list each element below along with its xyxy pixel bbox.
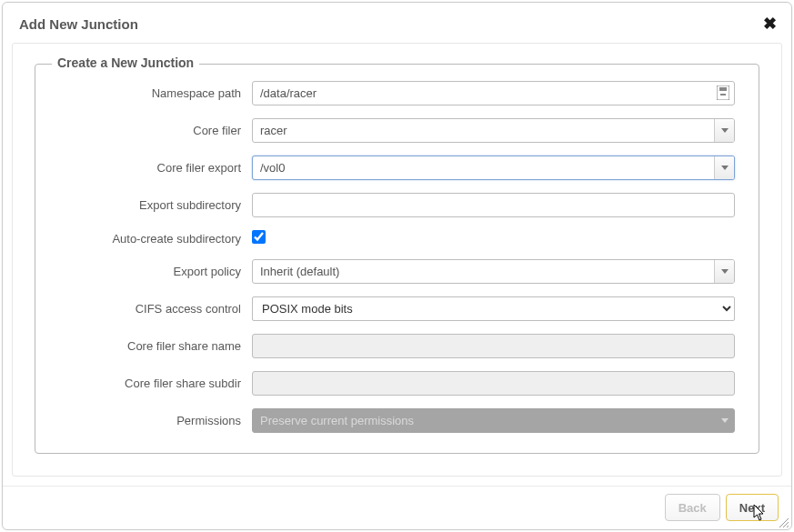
close-icon[interactable]: ✖	[763, 14, 777, 34]
row-cifs-access-control: CIFS access control POSIX mode bits	[59, 296, 735, 321]
control-permissions: Preserve current permissions	[252, 408, 735, 433]
next-button[interactable]: Next	[726, 494, 779, 521]
label-core-filer: Core filer	[59, 124, 252, 137]
label-core-filer-export: Core filer export	[59, 161, 252, 175]
auto-create-subdir-checkbox[interactable]	[252, 230, 266, 244]
add-junction-dialog: Add New Junction ✖ Create a New Junction…	[2, 2, 792, 530]
export-policy-value: Inherit (default)	[253, 260, 714, 283]
label-cifs-access-control: CIFS access control	[59, 302, 252, 316]
chevron-down-icon	[714, 260, 734, 283]
core-filer-share-name-input	[252, 334, 735, 358]
cifs-access-control-select[interactable]: POSIX mode bits	[252, 296, 735, 321]
core-filer-share-subdir-input	[252, 371, 735, 396]
export-subdirectory-input[interactable]	[252, 193, 735, 217]
save-path-icon[interactable]	[717, 85, 729, 100]
chevron-down-icon	[714, 119, 734, 142]
dialog-footer: Back Next	[3, 486, 791, 530]
core-filer-export-select[interactable]: /vol0	[252, 156, 735, 180]
row-permissions: Permissions Preserve current permissions	[59, 408, 735, 433]
row-export-policy: Export policy Inherit (default)	[59, 259, 735, 284]
svg-line-3	[779, 518, 789, 527]
label-export-subdirectory: Export subdirectory	[59, 198, 252, 212]
control-core-filer-export: /vol0	[252, 156, 735, 180]
label-export-policy: Export policy	[59, 265, 252, 278]
create-junction-fieldset: Create a New Junction Namespace path Cor…	[35, 64, 759, 454]
svg-rect-2	[720, 94, 726, 95]
label-namespace-path: Namespace path	[59, 86, 252, 100]
chevron-down-icon	[714, 409, 734, 432]
dialog-body: Create a New Junction Namespace path Cor…	[3, 43, 791, 486]
row-namespace-path: Namespace path	[59, 81, 735, 105]
control-core-filer-share-name	[252, 334, 735, 358]
content-panel: Create a New Junction Namespace path Cor…	[12, 43, 782, 477]
row-core-filer-share-subdir: Core filer share subdir	[59, 371, 735, 396]
control-cifs-access-control: POSIX mode bits	[252, 296, 735, 321]
row-auto-create-subdir: Auto-create subdirectory	[59, 230, 735, 246]
row-core-filer-export: Core filer export /vol0	[59, 156, 735, 180]
dialog-title: Add New Junction	[19, 16, 138, 32]
resize-grip-icon[interactable]	[777, 516, 789, 528]
export-policy-select[interactable]: Inherit (default)	[252, 259, 735, 284]
control-core-filer: racer	[252, 118, 735, 143]
label-core-filer-share-name: Core filer share name	[59, 339, 252, 353]
svg-line-4	[783, 522, 789, 527]
svg-rect-1	[719, 87, 727, 91]
fieldset-legend: Create a New Junction	[52, 55, 199, 70]
row-core-filer-share-name: Core filer share name	[59, 334, 735, 358]
control-export-subdirectory	[252, 193, 735, 217]
control-core-filer-share-subdir	[252, 371, 735, 396]
back-button: Back	[665, 494, 720, 521]
permissions-value: Preserve current permissions	[253, 409, 714, 432]
control-export-policy: Inherit (default)	[252, 259, 735, 284]
label-auto-create-subdir: Auto-create subdirectory	[59, 232, 252, 246]
control-namespace-path	[252, 81, 735, 105]
permissions-select: Preserve current permissions	[252, 408, 735, 433]
core-filer-value: racer	[253, 119, 714, 142]
namespace-path-input[interactable]	[252, 81, 735, 105]
row-export-subdirectory: Export subdirectory	[59, 193, 735, 217]
chevron-down-icon	[714, 156, 734, 179]
dialog-header: Add New Junction ✖	[3, 3, 791, 43]
row-core-filer: Core filer racer	[59, 118, 735, 143]
core-filer-select[interactable]: racer	[252, 118, 735, 143]
control-auto-create-subdir	[252, 230, 735, 246]
label-core-filer-share-subdir: Core filer share subdir	[59, 376, 252, 390]
core-filer-export-value: /vol0	[253, 156, 714, 179]
label-permissions: Permissions	[59, 414, 252, 427]
svg-line-5	[787, 526, 789, 527]
